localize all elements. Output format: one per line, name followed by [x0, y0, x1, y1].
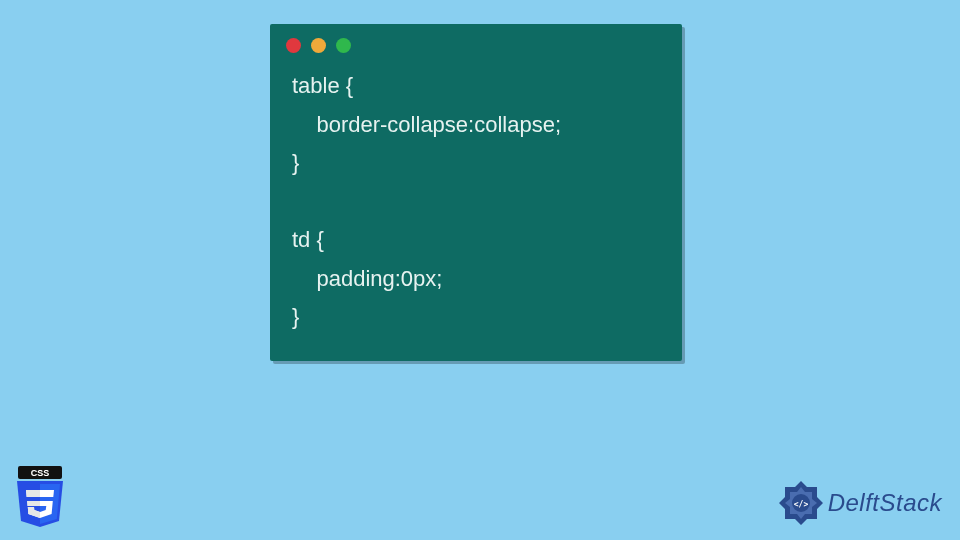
code-line: td { — [292, 227, 324, 252]
brand-logo: </> DelftStack — [778, 480, 942, 526]
css-badge-label: CSS — [31, 468, 50, 478]
minimize-icon — [311, 38, 326, 53]
brand-name: DelftStack — [828, 489, 942, 517]
code-line: table { — [292, 73, 353, 98]
maximize-icon — [336, 38, 351, 53]
css3-badge-icon: CSS — [14, 466, 66, 528]
close-icon — [286, 38, 301, 53]
delftstack-icon: </> — [778, 480, 824, 526]
svg-text:</>: </> — [793, 500, 808, 509]
code-block: table { border-collapse:collapse; } td {… — [270, 61, 682, 343]
code-line: } — [292, 304, 299, 329]
code-line: padding:0px; — [292, 266, 442, 291]
code-window: table { border-collapse:collapse; } td {… — [270, 24, 682, 361]
code-line: border-collapse:collapse; — [292, 112, 561, 137]
window-titlebar — [270, 24, 682, 61]
code-line: } — [292, 150, 299, 175]
